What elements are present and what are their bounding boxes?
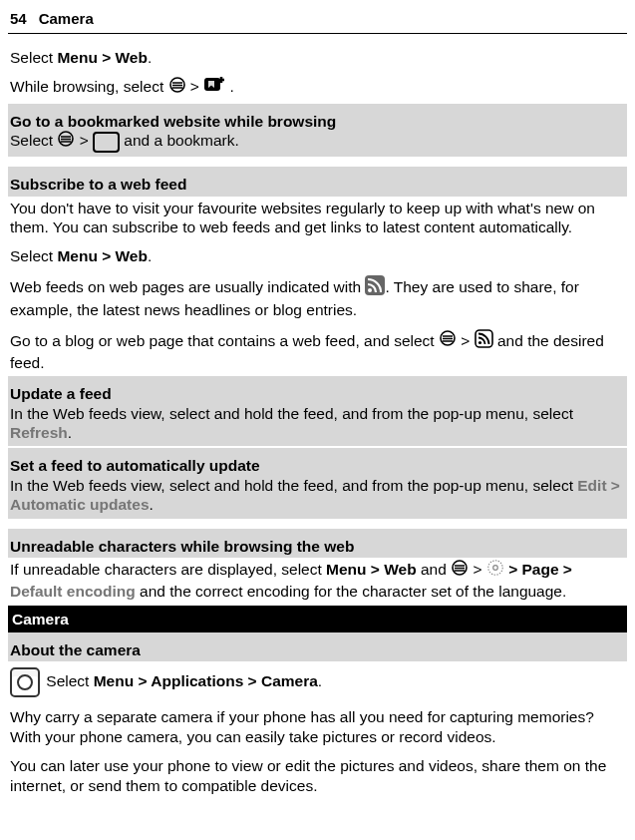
go-bookmark-body: Select > and a bookmark. — [10, 131, 625, 153]
settings-icon — [486, 559, 504, 581]
svg-point-24 — [493, 566, 498, 571]
svg-point-18 — [478, 340, 481, 343]
unreadable-title: Unreadable characters while browsing the… — [10, 537, 625, 556]
options-icon — [451, 559, 469, 581]
camera-icon — [10, 667, 40, 697]
svg-point-23 — [488, 561, 502, 575]
auto-update-section: Set a feed to automatically update In th… — [8, 448, 627, 518]
rss-outline-icon — [475, 329, 493, 352]
bookmark-icon — [93, 132, 120, 153]
page-header: 54 Camera — [8, 8, 627, 34]
rss-icon — [365, 275, 385, 299]
unreadable-title-row: Unreadable characters while browsing the… — [8, 529, 627, 558]
subscribe-body: You don't have to visit your favourite w… — [8, 197, 627, 241]
page-number: 54 — [10, 10, 27, 29]
camera-launch: Select Menu > Applications > Camera. — [8, 661, 627, 701]
about-camera-title-row: About the camera — [8, 632, 627, 661]
svg-rect-17 — [476, 330, 492, 347]
options-icon — [439, 329, 457, 351]
subscribe-title: Subscribe to a web feed — [10, 175, 625, 194]
update-feed-section: Update a feed In the Web feeds view, sel… — [8, 376, 627, 446]
select-menu-web-2: Select Menu > Web. — [8, 240, 627, 269]
feeds-intro: Web feeds on web pages are usually indic… — [8, 270, 627, 324]
options-icon — [57, 130, 75, 152]
chapter-title: Camera — [39, 10, 94, 29]
auto-title: Set a feed to automatically update — [10, 456, 625, 475]
go-to-bookmark-section: Go to a bookmarked website while browsin… — [8, 104, 627, 158]
svg-point-12 — [368, 288, 372, 292]
update-title: Update a feed — [10, 384, 625, 403]
select-menu-web-1: Select Menu > Web. — [8, 34, 627, 71]
unreadable-body: If unreadable characters are displayed, … — [8, 558, 627, 606]
go-bookmark-title: Go to a bookmarked website while browsin… — [10, 112, 625, 131]
camera-section-bar: Camera — [8, 606, 627, 632]
camera-p2: You can later use your phone to view or … — [8, 750, 627, 799]
add-bookmark-icon — [203, 76, 225, 98]
options-icon — [168, 76, 186, 98]
goto-blog: Go to a blog or web page that contains a… — [8, 324, 627, 377]
subscribe-title-row: Subscribe to a web feed — [8, 167, 627, 196]
camera-p1: Why carry a separate camera if your phon… — [8, 701, 627, 750]
update-body: In the Web feeds view, select and hold t… — [10, 404, 625, 443]
while-browsing: While browsing, select > . — [8, 71, 627, 103]
auto-body: In the Web feeds view, select and hold t… — [10, 476, 625, 515]
about-camera-title: About the camera — [10, 640, 625, 659]
